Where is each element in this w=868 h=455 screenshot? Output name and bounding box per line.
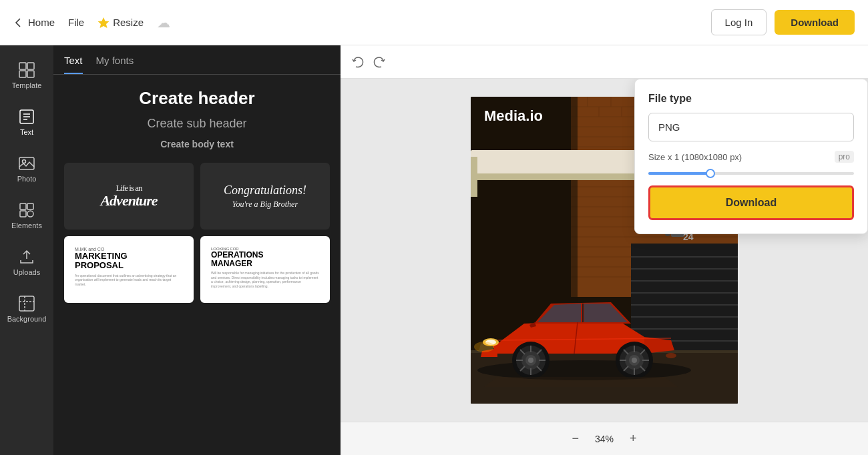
marketing-inner: M.MK and CO MARKETINGPROPOSAL An operati… xyxy=(69,242,188,298)
sidebar-label-template: Template xyxy=(12,81,42,89)
home-label: Home xyxy=(28,17,55,28)
svg-rect-13 xyxy=(20,211,26,217)
svg-point-105 xyxy=(632,358,637,363)
sidebar-item-elements[interactable]: Elements xyxy=(0,192,53,239)
photo-icon xyxy=(18,155,35,172)
operations-inner: LOOKING FOR OPERATIONSMANAGER Will be re… xyxy=(206,242,324,298)
operations-body: Will be responsible for managing initiat… xyxy=(211,271,319,288)
marketing-title: MARKETINGPROPOSAL xyxy=(75,252,183,271)
zoom-value: 34% xyxy=(595,434,614,444)
sidebar-item-text[interactable]: Text xyxy=(0,99,53,145)
download-dropdown-title: File type xyxy=(648,93,854,105)
svg-point-14 xyxy=(27,211,33,217)
file-type-input[interactable] xyxy=(648,113,854,141)
redo-icon[interactable] xyxy=(373,55,386,69)
create-sub-header-btn[interactable]: Create sub header xyxy=(64,117,330,131)
zoom-out-button[interactable]: − xyxy=(566,429,584,448)
topbar: Home File Resize ☁ Log In Download xyxy=(0,0,868,45)
file-menu[interactable]: File xyxy=(68,17,84,28)
tab-text[interactable]: Text xyxy=(64,55,83,74)
sidebar-label-elements: Elements xyxy=(11,221,42,230)
main-area: Template Text Photo xyxy=(0,45,868,455)
font-card-marketing[interactable]: M.MK and CO MARKETINGPROPOSAL An operati… xyxy=(64,236,194,303)
svg-rect-2 xyxy=(27,63,34,69)
panel-content: Create header Create sub header Create b… xyxy=(53,75,341,455)
svg-rect-4 xyxy=(27,71,34,77)
resize-button[interactable]: Resize xyxy=(97,17,144,29)
svg-rect-11 xyxy=(20,203,26,209)
login-button[interactable]: Log In xyxy=(711,9,767,35)
canvas-area: Media.io xyxy=(341,45,868,455)
chevron-left-icon xyxy=(13,17,24,28)
svg-rect-55 xyxy=(471,173,644,180)
svg-point-10 xyxy=(23,160,26,163)
canvas-main: Media.io xyxy=(341,79,868,422)
sidebar-label-uploads: Uploads xyxy=(13,268,40,276)
svg-point-76 xyxy=(474,342,494,352)
canvas-bottom-bar: − 34% + xyxy=(341,422,868,455)
svg-rect-1 xyxy=(19,63,26,69)
create-header-btn[interactable]: Create header xyxy=(64,88,330,109)
svg-point-92 xyxy=(528,358,533,363)
download-main-button[interactable]: Download xyxy=(648,185,854,220)
cloud-icon: ☁ xyxy=(157,15,170,31)
svg-rect-9 xyxy=(19,157,34,169)
font-card-adventure[interactable]: Life is an Adventure xyxy=(64,163,194,230)
font-card-adventure-text: Life is an Adventure xyxy=(100,183,157,209)
media-io-text: Media.io xyxy=(484,107,543,124)
font-card-congrats[interactable]: Congratulations! You're a Big Brother xyxy=(200,163,330,230)
topbar-right: Log In Download xyxy=(711,9,855,35)
background-icon xyxy=(18,295,35,312)
size-slider[interactable] xyxy=(648,172,854,175)
panel-tabs: Text My fonts xyxy=(53,45,341,75)
slider-track[interactable] xyxy=(648,172,854,175)
font-card-congrats-text: Congratulations! You're a Big Brother xyxy=(224,182,306,210)
slider-thumb[interactable] xyxy=(706,169,715,178)
font-card-operations[interactable]: LOOKING FOR OPERATIONSMANAGER Will be re… xyxy=(200,236,330,303)
resize-label: Resize xyxy=(113,17,144,28)
topbar-left: Home File Resize ☁ xyxy=(13,15,711,31)
svg-rect-15 xyxy=(19,296,34,311)
size-row: Size x 1 (1080x1080 px) pro xyxy=(648,151,854,163)
undo-icon[interactable] xyxy=(351,55,365,69)
slider-fill xyxy=(648,172,710,175)
elements-icon xyxy=(18,201,35,219)
font-grid: Life is an Adventure Congratulations! Yo… xyxy=(64,163,330,303)
create-body-text-btn[interactable]: Create body text xyxy=(64,139,330,149)
size-label: Size x 1 (1080x1080 px) xyxy=(648,152,742,162)
svg-point-106 xyxy=(666,353,676,358)
sidebar-item-template[interactable]: Template xyxy=(0,52,53,99)
star-icon xyxy=(97,17,110,29)
sidebar-item-background[interactable]: Background xyxy=(0,286,53,332)
text-icon xyxy=(18,108,35,125)
sidebar-icons: Template Text Photo xyxy=(0,45,53,455)
left-panel: Text My fonts Create header Create sub h… xyxy=(53,45,341,455)
sidebar-item-uploads[interactable]: Uploads xyxy=(0,239,53,286)
svg-rect-54 xyxy=(471,150,644,173)
upload-icon xyxy=(18,248,35,266)
svg-rect-12 xyxy=(27,203,33,209)
scene-header: Media.io xyxy=(471,97,556,135)
pro-badge: pro xyxy=(835,151,854,163)
sidebar-label-background: Background xyxy=(7,315,47,323)
home-nav[interactable]: Home xyxy=(13,17,55,28)
sidebar-label-text: Text xyxy=(20,128,33,136)
grid-icon xyxy=(18,61,35,79)
download-dropdown: File type Size x 1 (1080x1080 px) pro Do… xyxy=(634,79,868,234)
svg-marker-0 xyxy=(98,17,110,28)
operations-title: OPERATIONSMANAGER xyxy=(211,251,319,268)
sidebar-label-photo: Photo xyxy=(17,175,37,183)
svg-rect-56 xyxy=(471,157,477,197)
download-top-button[interactable]: Download xyxy=(775,10,855,35)
svg-rect-3 xyxy=(19,71,26,77)
sidebar-item-photo[interactable]: Photo xyxy=(0,145,53,192)
canvas-toolbar xyxy=(341,45,868,79)
marketing-body: An operational document that outlines an… xyxy=(75,274,183,287)
tab-my-fonts[interactable]: My fonts xyxy=(96,55,134,74)
zoom-in-button[interactable]: + xyxy=(624,429,642,448)
